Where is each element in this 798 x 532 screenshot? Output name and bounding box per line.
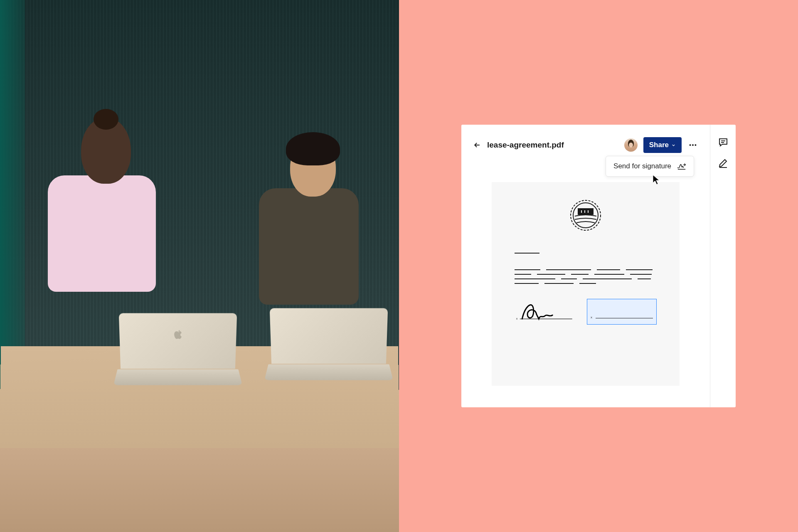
app-window: lease-agreement.pdf Share Send for signa… [461, 125, 736, 407]
send-for-signature-tooltip[interactable]: Send for signature [606, 156, 694, 177]
header: lease-agreement.pdf Share [473, 137, 698, 153]
app-panel: lease-agreement.pdf Share Send for signa… [399, 0, 798, 532]
more-options-button[interactable] [687, 140, 698, 150]
svg-rect-8 [587, 210, 589, 213]
back-arrow-icon[interactable] [473, 141, 481, 149]
chevron-down-icon [671, 143, 676, 148]
right-sidebar [710, 125, 736, 407]
signature-field-empty[interactable]: x [587, 299, 657, 325]
signature-icon [677, 162, 686, 170]
file-name: lease-agreement.pdf [487, 140, 618, 150]
svg-point-0 [690, 144, 691, 146]
photo-panel [0, 0, 399, 532]
svg-rect-7 [584, 210, 586, 213]
document-preview: x x [492, 182, 680, 386]
signature-completed: x [515, 299, 575, 325]
svg-point-1 [692, 144, 694, 146]
tooltip-label: Send for signature [613, 162, 671, 170]
comment-icon[interactable] [718, 137, 728, 147]
edit-icon[interactable] [718, 158, 728, 168]
share-button-label: Share [649, 141, 669, 149]
cursor-icon [653, 175, 661, 185]
svg-text:x: x [516, 317, 518, 320]
document-seal-icon [569, 199, 602, 232]
svg-point-2 [695, 144, 696, 146]
svg-rect-6 [581, 210, 582, 213]
avatar[interactable] [624, 138, 638, 152]
share-button[interactable]: Share [643, 137, 682, 153]
